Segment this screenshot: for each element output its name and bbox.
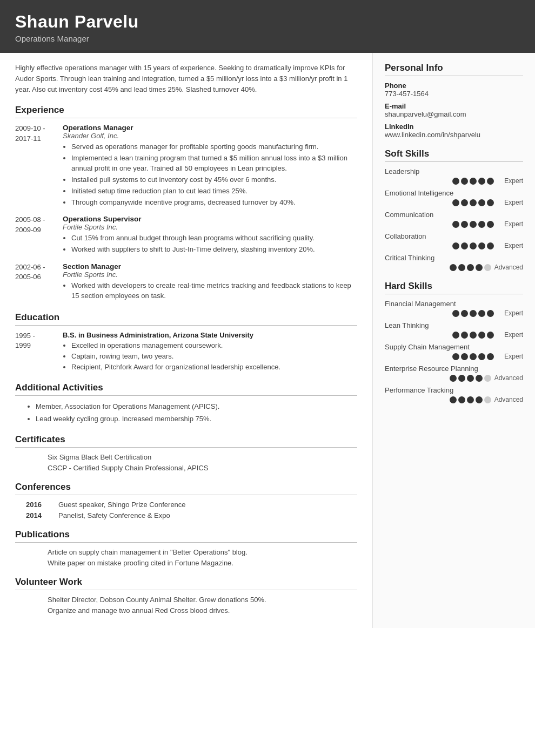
skill-dots: [452, 242, 494, 249]
skill-dots-row: Expert: [385, 220, 523, 228]
applicant-title: Operations Manager: [15, 34, 520, 43]
dot-filled: [476, 396, 483, 403]
skill-level: Expert: [497, 309, 523, 317]
exp-content: Section Manager Fortile Sports Inc. Work…: [63, 262, 357, 302]
skill-row: Financial Management Expert: [385, 300, 523, 317]
exp-bullet: Served as operations manager for profita…: [71, 142, 357, 152]
skill-dots: [452, 353, 494, 360]
publications-section-title: Publications: [15, 529, 357, 543]
dot-empty: [484, 396, 491, 403]
dot-filled: [478, 199, 485, 206]
cert-list: Six Sigma Black Belt CertificationCSCP -…: [15, 453, 357, 472]
dot-filled: [478, 178, 485, 185]
skill-level: Expert: [497, 242, 523, 249]
cert-item: Six Sigma Black Belt Certification: [15, 453, 357, 461]
experience-list: 2009-10 -2017-11 Operations Manager Skan…: [15, 124, 357, 302]
exp-company: Fortile Sports Inc.: [63, 271, 357, 279]
activity-item: Member, Association for Operations Manag…: [36, 401, 357, 412]
conf-desc: Panelist, Safety Conference & Expo: [58, 511, 170, 519]
skill-name: Emotional Intelligence: [385, 189, 523, 197]
skill-dots: [450, 375, 491, 382]
dot-filled: [487, 221, 494, 228]
skill-dots: [452, 310, 494, 317]
skill-dots-row: Advanced: [385, 396, 523, 403]
experience-item: 2009-10 -2017-11 Operations Manager Skan…: [15, 124, 357, 208]
skill-dots-row: Expert: [385, 331, 523, 339]
vol-list: Shelter Director, Dobson County Animal S…: [15, 596, 357, 615]
dot-filled: [470, 353, 477, 360]
skill-row: Enterprise Resource Planning Advanced: [385, 364, 523, 382]
edu-bullet: Excelled in operations management course…: [71, 341, 357, 351]
cert-item: CSCP - Certified Supply Chain Profession…: [15, 464, 357, 472]
exp-bullet: Worked with suppliers to shift to Just-I…: [71, 245, 357, 255]
skill-dots: [452, 178, 494, 185]
skill-dots-row: Expert: [385, 199, 523, 206]
resume-header: Shaun Parvelu Operations Manager: [0, 0, 535, 53]
education-list: 1995 -1999 B.S. in Business Administrati…: [15, 331, 357, 373]
dot-filled: [467, 264, 474, 271]
education-section-title: Education: [15, 312, 357, 326]
exp-date: 2005-08 -2009-09: [15, 215, 63, 256]
skill-name: Leadership: [385, 167, 523, 176]
skill-level: Expert: [497, 353, 523, 360]
skill-row: Critical Thinking Advanced: [385, 254, 523, 271]
dot-filled: [470, 221, 477, 228]
dot-filled: [452, 178, 459, 185]
conf-desc: Guest speaker, Shingo Prize Conference: [58, 501, 186, 509]
vol-item: Organize and manage two annual Red Cross…: [15, 606, 357, 615]
edu-degree: B.S. in Business Administration, Arizona…: [63, 331, 357, 339]
dot-filled: [461, 353, 468, 360]
skill-dots-row: Expert: [385, 242, 523, 249]
exp-bullets: Served as operations manager for profita…: [63, 142, 357, 207]
activities-list: Member, Association for Operations Manag…: [15, 401, 357, 424]
skill-dots: [452, 332, 494, 339]
education-item: 1995 -1999 B.S. in Business Administrati…: [15, 331, 357, 373]
soft-skills-list: Leadership Expert Emotional Intelligence…: [385, 167, 523, 271]
conf-item: 2014 Panelist, Safety Conference & Expo: [15, 511, 357, 519]
exp-bullets: Worked with developers to create real-ti…: [63, 281, 357, 301]
dot-filled: [478, 310, 485, 317]
conf-year: 2014: [26, 511, 58, 519]
dot-filled: [450, 396, 457, 403]
dot-filled: [476, 375, 483, 382]
dot-filled: [478, 221, 485, 228]
certificates-section-title: Certificates: [15, 434, 357, 448]
additional-section-title: Additional Activities: [15, 382, 357, 396]
skill-row: Emotional Intelligence Expert: [385, 189, 523, 206]
exp-bullet: Initiated setup time reduction plan to c…: [71, 186, 357, 197]
skill-name: Supply Chain Management: [385, 343, 523, 351]
dot-filled: [470, 199, 477, 206]
dot-filled: [458, 396, 465, 403]
dot-filled: [467, 396, 474, 403]
pub-list: Article on supply chain management in "B…: [15, 548, 357, 567]
dot-filled: [470, 178, 477, 185]
dot-filled: [487, 332, 494, 339]
exp-title: Section Manager: [63, 262, 357, 271]
skill-row: Performance Tracking Advanced: [385, 386, 523, 403]
linkedin-value: www.linkedin.com/in/shparvelu: [385, 131, 523, 139]
skill-level: Advanced: [494, 374, 523, 382]
dot-filled: [478, 353, 485, 360]
phone-value: 773-457-1564: [385, 90, 523, 98]
exp-bullet: Through companywide incentive programs, …: [71, 198, 357, 208]
summary-text: Highly effective operations manager with…: [15, 63, 357, 95]
skill-name: Communication: [385, 211, 523, 219]
dot-filled: [470, 310, 477, 317]
exp-bullets: Cut 15% from annual budget through lean …: [63, 233, 357, 255]
dot-filled: [476, 264, 483, 271]
soft-skills-title: Soft Skills: [385, 148, 523, 162]
exp-date: 2002-06 -2005-06: [15, 262, 63, 302]
skill-level: Expert: [497, 177, 523, 185]
skill-level: Advanced: [494, 396, 523, 403]
edu-bullet: Recipient, Pitchfork Award for organizat…: [71, 362, 357, 373]
skill-dots-row: Expert: [385, 177, 523, 185]
skill-name: Lean Thinking: [385, 321, 523, 329]
skill-row: Supply Chain Management Expert: [385, 343, 523, 360]
dot-filled: [487, 310, 494, 317]
phone-label: Phone: [385, 82, 523, 90]
dot-filled: [452, 310, 459, 317]
skill-level: Expert: [497, 220, 523, 228]
dot-filled: [470, 332, 477, 339]
skill-dots: [450, 396, 491, 403]
dot-filled: [452, 199, 459, 206]
